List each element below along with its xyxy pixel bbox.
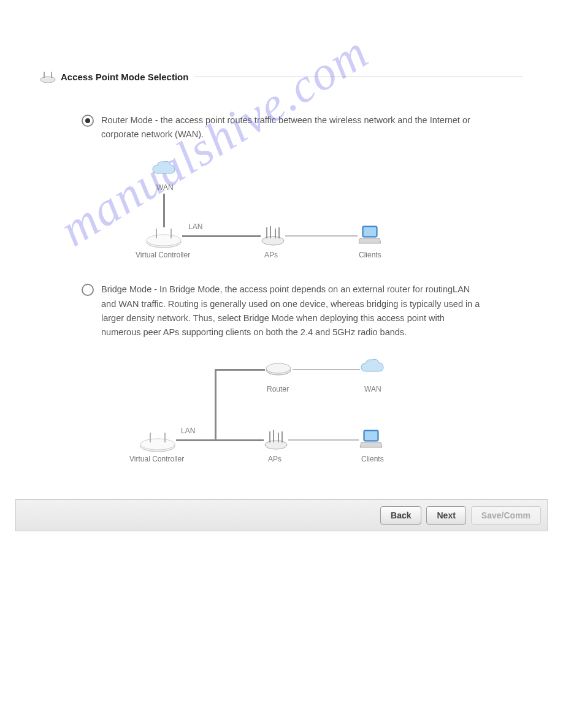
virtual-controller-icon (145, 226, 182, 251)
access-point-icon (40, 70, 56, 83)
aps-label: APs (264, 251, 278, 259)
line-to-router (215, 369, 265, 371)
line-router-wan (293, 369, 360, 370)
bridge-mode-diagram: Virtual Controller LAN Router WAN APs Cl… (101, 358, 396, 480)
svg-point-20 (265, 441, 287, 449)
svg-rect-13 (364, 227, 376, 236)
option-router-text: Router Mode - the access point routes tr… (101, 113, 481, 142)
virtual-controller-label: Virtual Controller (129, 455, 184, 463)
line-vertical-junction (215, 369, 216, 441)
line-aps-clients (285, 235, 358, 237)
clients-label: Clients (361, 455, 384, 463)
svg-rect-26 (365, 431, 377, 440)
option-router-mode[interactable]: Router Mode - the access point routes tr… (82, 113, 523, 142)
clients-icon (358, 224, 382, 248)
next-button[interactable]: Next (426, 506, 465, 525)
line-to-aps (215, 439, 264, 441)
aps-label: APs (268, 455, 282, 463)
clients-label: Clients (359, 251, 381, 259)
router-icon (265, 362, 292, 379)
clients-icon (359, 428, 383, 452)
virtual-controller-icon (139, 430, 176, 455)
svg-point-7 (262, 237, 284, 245)
save-commit-button: Save/Comm (471, 506, 541, 525)
wan-cloud-icon (360, 358, 385, 379)
lan-label: LAN (181, 427, 195, 435)
svg-point-4 (147, 235, 181, 246)
radio-router-mode[interactable] (82, 115, 94, 127)
wan-cloud-icon (151, 160, 176, 181)
section-title: Access Point Mode Selection (61, 72, 188, 82)
line-wan-vc (163, 194, 165, 227)
router-mode-diagram: WAN Virtual Controller LAN APs Clients (101, 160, 396, 264)
radio-bridge-mode[interactable] (82, 284, 94, 296)
section-header: Access Point Mode Selection (40, 70, 523, 83)
aps-icon (261, 225, 285, 248)
line-lan (182, 235, 261, 237)
line-vc-junction (176, 439, 215, 441)
line-aps-clients (288, 439, 359, 441)
wizard-button-bar: Back Next Save/Comm (15, 499, 548, 531)
svg-point-0 (40, 77, 55, 83)
svg-point-19 (266, 363, 291, 373)
virtual-controller-label: Virtual Controller (136, 251, 190, 259)
lan-label: LAN (188, 222, 202, 231)
svg-point-15 (140, 439, 175, 450)
option-bridge-mode[interactable]: Bridge Mode - In Bridge Mode, the access… (82, 282, 523, 339)
wan-label: WAN (156, 183, 174, 192)
back-button[interactable]: Back (380, 506, 421, 525)
wan-label: WAN (364, 385, 381, 393)
header-divider (194, 77, 523, 77)
option-bridge-text: Bridge Mode - In Bridge Mode, the access… (101, 282, 481, 339)
aps-icon (264, 429, 288, 452)
router-label: Router (267, 385, 289, 393)
